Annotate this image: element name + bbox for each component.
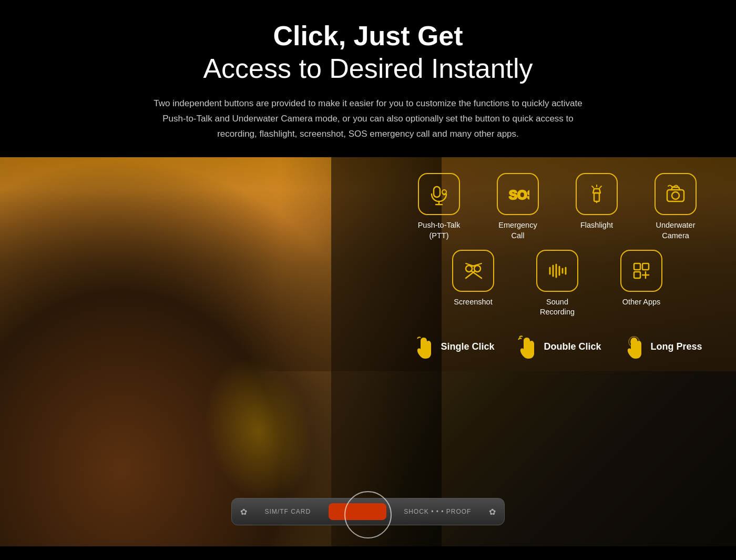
phone-bar: ✿ SIM/TF CARD SHOCK • • • PROOF ✿ bbox=[231, 498, 505, 525]
header-description: Two independent buttons are provided to … bbox=[142, 96, 594, 142]
other-apps-label: Other Apps bbox=[622, 297, 661, 308]
icons-row-1: Push-to-Talk (PTT) SOS Emergency Call bbox=[394, 173, 720, 241]
svg-rect-25 bbox=[642, 263, 649, 270]
svg-line-8 bbox=[600, 186, 601, 188]
double-click-label: Double Click bbox=[544, 341, 601, 352]
push-to-talk-label: Push-to-Talk (PTT) bbox=[418, 220, 461, 241]
snowflake-right-icon: ✿ bbox=[489, 507, 496, 517]
screenshot-icon bbox=[462, 259, 485, 282]
icon-box-emergency-call: SOS bbox=[497, 173, 539, 215]
svg-text:SOS: SOS bbox=[509, 188, 529, 202]
page-title-light: Access to Desired Instantly bbox=[11, 51, 725, 87]
double-click-icon bbox=[515, 335, 538, 359]
svg-line-7 bbox=[592, 186, 594, 188]
long-press-item: Long Press bbox=[622, 335, 702, 359]
icon-item-flashlight: Flashlight bbox=[563, 173, 631, 241]
svg-rect-26 bbox=[634, 272, 640, 278]
long-press-label: Long Press bbox=[651, 341, 702, 352]
shock-proof-text: SHOCK • • • PROOF bbox=[404, 508, 471, 515]
underwater-camera-label: Underwater Camera bbox=[656, 220, 696, 241]
sound-recording-icon bbox=[546, 259, 569, 282]
icon-item-other-apps: Other Apps bbox=[607, 250, 676, 318]
other-apps-icon bbox=[630, 259, 653, 282]
icon-box-screenshot bbox=[452, 250, 494, 292]
single-click-icon bbox=[412, 335, 435, 359]
flashlight-icon bbox=[585, 182, 608, 206]
icon-box-underwater-camera bbox=[655, 173, 697, 215]
svg-point-11 bbox=[672, 192, 679, 199]
snowflake-left-icon: ✿ bbox=[240, 507, 247, 517]
icon-box-push-to-talk bbox=[418, 173, 460, 215]
icon-box-flashlight bbox=[576, 173, 618, 215]
sim-tf-card-text: SIM/TF CARD bbox=[265, 508, 311, 515]
svg-rect-24 bbox=[634, 263, 640, 270]
emergency-call-icon: SOS bbox=[506, 182, 529, 206]
svg-rect-5 bbox=[594, 193, 599, 201]
page-title-bold: Click, Just Get bbox=[11, 21, 725, 51]
main-section: Push-to-Talk (PTT) SOS Emergency Call bbox=[0, 157, 736, 546]
underwater-camera-icon bbox=[664, 182, 687, 206]
single-click-item: Single Click bbox=[412, 335, 494, 359]
person-silhouette bbox=[0, 157, 405, 546]
header-section: Click, Just Get Access to Desired Instan… bbox=[0, 0, 736, 157]
phone-button bbox=[329, 503, 386, 520]
icon-item-emergency-call: SOS Emergency Call bbox=[484, 173, 552, 241]
single-click-label: Single Click bbox=[441, 341, 494, 352]
emergency-call-label: Emergency Call bbox=[498, 220, 537, 241]
icon-item-push-to-talk: Push-to-Talk (PTT) bbox=[405, 173, 473, 241]
icon-box-other-apps bbox=[620, 250, 662, 292]
push-to-talk-icon bbox=[427, 182, 451, 206]
sound-recording-label: Sound Recording bbox=[540, 297, 575, 318]
icon-box-sound-recording bbox=[536, 250, 578, 292]
flashlight-label: Flashlight bbox=[580, 220, 613, 231]
icon-item-screenshot: Screenshot bbox=[439, 250, 507, 318]
interaction-methods-row: Single Click Double Click L bbox=[394, 330, 720, 364]
icon-item-underwater-camera: Underwater Camera bbox=[641, 173, 710, 241]
icons-row-2: Screenshot Sound bbox=[394, 250, 720, 318]
icon-item-sound-recording: Sound Recording bbox=[523, 250, 591, 318]
screenshot-label: Screenshot bbox=[454, 297, 492, 308]
icons-overlay: Push-to-Talk (PTT) SOS Emergency Call bbox=[394, 173, 720, 363]
svg-rect-0 bbox=[434, 187, 440, 197]
double-click-item: Double Click bbox=[515, 335, 601, 359]
long-press-icon bbox=[622, 335, 646, 359]
